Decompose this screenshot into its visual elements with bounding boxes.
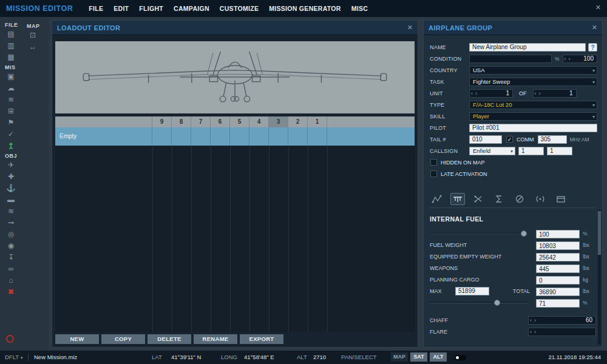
chaff-stepper[interactable]: ‹ › 60 [528, 316, 596, 325]
loadout-cell[interactable] [288, 127, 308, 146]
pylon-header-1[interactable]: 1 [308, 116, 327, 127]
equipped-empty-weight-input[interactable] [536, 253, 580, 261]
fly-mission-icon[interactable]: ↥ [5, 141, 17, 150]
loadout-cell[interactable] [249, 127, 269, 146]
new-button[interactable]: NEW [55, 334, 99, 344]
loadout-cell[interactable] [269, 127, 288, 146]
flare-stepper[interactable]: ‹ › [528, 328, 596, 336]
helicopter-group-icon[interactable]: ✚ [5, 172, 17, 181]
briefing-icon[interactable]: ▣ [5, 72, 17, 81]
stepper-left-icon[interactable]: ‹ [529, 328, 533, 335]
visibility-toggle-icon[interactable] [454, 355, 466, 360]
map-ruler-icon[interactable]: ↔ [27, 42, 39, 52]
stepper-right-icon[interactable]: › [533, 317, 537, 324]
type-dropdown[interactable]: F/A-18C Lot 20 ▾ [469, 101, 597, 109]
group-close-icon[interactable]: ✕ [592, 24, 597, 32]
pylon-header-7[interactable]: 7 [191, 116, 211, 127]
fuel-weight-input[interactable] [536, 241, 580, 250]
loadout-cell[interactable] [191, 127, 211, 146]
new-mission-icon[interactable]: ▤ [5, 30, 17, 39]
loadout-cell[interactable] [230, 127, 249, 146]
pylon-header-4[interactable]: 4 [249, 116, 269, 127]
fuel-percent-input[interactable] [536, 230, 580, 238]
country-dropdown[interactable]: USA ▾ [469, 66, 597, 75]
train-group-icon[interactable]: ≋ [5, 207, 17, 216]
menu-customize[interactable]: CUSTOMIZE [220, 5, 259, 12]
pylon-header-8[interactable]: 8 [172, 116, 191, 127]
comm-checkbox[interactable]: ✓ [506, 136, 513, 143]
name-input[interactable] [469, 43, 586, 52]
tab-payload[interactable] [450, 193, 465, 205]
loadout-cell[interactable] [211, 127, 230, 146]
stepper-left-icon[interactable]: ‹ [470, 90, 474, 97]
coalitions-icon[interactable]: ⚑ [5, 118, 17, 127]
target-icon[interactable]: ◉ [5, 241, 17, 251]
max-weight-input[interactable] [455, 287, 489, 295]
tab-route[interactable] [430, 193, 444, 205]
delete-button[interactable]: DELETE [148, 334, 191, 344]
scrollbar-thumb[interactable] [598, 211, 601, 255]
map-options-icon[interactable]: ⊡ [27, 31, 39, 40]
stepper-left-icon[interactable]: ‹ [563, 55, 568, 62]
pylon-header-5[interactable]: 5 [230, 116, 249, 127]
fuel-slider[interactable] [430, 229, 527, 238]
loadout-cell[interactable] [308, 127, 327, 146]
template-icon[interactable]: ⌂ [5, 276, 17, 285]
stepper-right-icon[interactable]: › [533, 328, 537, 335]
open-mission-icon[interactable]: ▥ [5, 41, 17, 50]
stepper-right-icon[interactable]: › [568, 55, 572, 62]
help-button[interactable]: ? [588, 43, 597, 52]
convoy-icon[interactable]: ∞ [5, 265, 17, 274]
callsign-number2-input[interactable] [547, 147, 572, 155]
task-dropdown[interactable]: Fighter Sweep ▾ [469, 78, 597, 86]
static-object-icon[interactable]: ⊸ [5, 218, 17, 228]
profile-selector[interactable]: DFLT [5, 354, 19, 360]
weapons-weight-input[interactable] [536, 265, 580, 273]
export-button[interactable]: EXPORT [240, 334, 283, 344]
stepper-left-icon[interactable]: ‹ [529, 317, 533, 324]
tab-restrictions[interactable] [512, 193, 527, 205]
unit-of-stepper[interactable]: ‹ › 1 [533, 89, 577, 98]
pylon-header-3[interactable]: 3 [269, 116, 288, 127]
comm-frequency-input[interactable] [538, 135, 567, 144]
sat-layer-button[interactable]: SAT [410, 352, 427, 362]
tail-number-input[interactable] [469, 135, 502, 144]
save-mission-icon[interactable]: ▦ [5, 53, 17, 62]
loadout-cell[interactable] [152, 127, 172, 146]
copy-button[interactable]: COPY [101, 334, 145, 344]
pylon-header-6[interactable]: 6 [211, 116, 230, 127]
menu-edit[interactable]: EDIT [114, 5, 129, 12]
tab-cargo[interactable] [554, 193, 568, 205]
stepper-right-icon[interactable]: › [474, 90, 478, 97]
planning-cargo-input[interactable] [536, 276, 580, 285]
rename-button[interactable]: RENAME [194, 334, 237, 344]
wind-icon[interactable]: ≋ [5, 95, 17, 104]
fuel-slider-handle[interactable] [521, 231, 527, 237]
trigger-zone-icon[interactable]: ◎ [5, 230, 17, 239]
unit-count-stepper[interactable]: ‹ › 1 [469, 89, 513, 98]
vehicle-group-icon[interactable]: ▬ [5, 195, 17, 204]
map-layer-button[interactable]: MAP [391, 352, 408, 362]
stepper-right-icon[interactable]: › [538, 90, 542, 97]
window-close-icon[interactable]: ✕ [595, 4, 601, 12]
alt-layer-button[interactable]: ALT [430, 352, 447, 362]
menu-mission-generator[interactable]: MISSION GENERATOR [269, 5, 341, 12]
tab-summary[interactable] [492, 193, 506, 205]
menu-misc[interactable]: MISC [351, 5, 368, 12]
total-percent-input[interactable] [536, 299, 580, 308]
total-weight-slider[interactable] [430, 298, 527, 307]
total-weight-input[interactable] [536, 288, 580, 296]
unload-icon[interactable]: ↧ [5, 253, 17, 262]
loadout-row-empty[interactable]: Empty [55, 127, 415, 146]
callsign-number1-input[interactable] [518, 147, 544, 155]
hidden-on-map-checkbox[interactable] [430, 159, 437, 166]
tab-weapons[interactable] [471, 193, 486, 205]
tab-radio[interactable] [533, 193, 548, 205]
group-scrollbar[interactable] [598, 210, 601, 345]
condition-input[interactable] [469, 55, 552, 63]
pilot-input[interactable] [469, 124, 597, 132]
menu-campaign[interactable]: CAMPAIGN [174, 5, 209, 12]
airplane-group-icon[interactable]: ✈ [5, 161, 17, 170]
mission-options-icon[interactable]: ⊞ [5, 107, 17, 116]
loadout-cell[interactable] [172, 127, 191, 146]
